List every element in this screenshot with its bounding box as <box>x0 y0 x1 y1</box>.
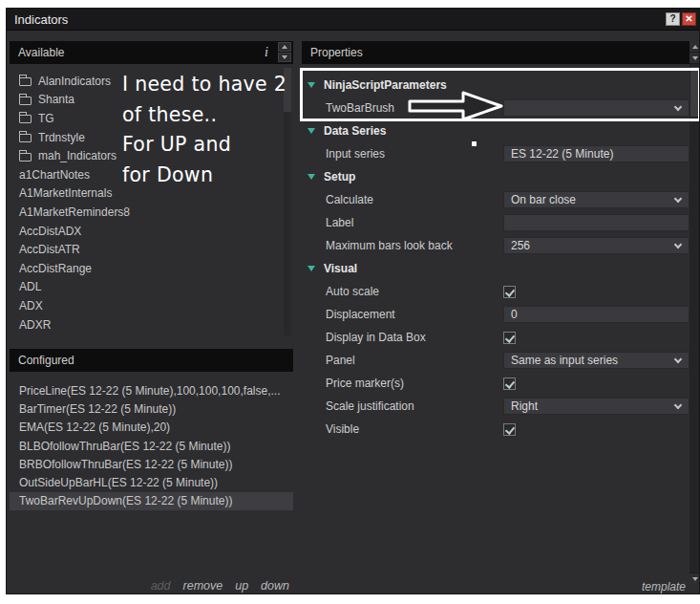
maximum-bars-look-back-dropdown[interactable]: 256 <box>503 237 689 254</box>
configured-item-4[interactable]: BLBOfollowThruBar(ES 12-22 (5 Minute)) <box>10 437 293 455</box>
available-item-adx[interactable]: ADX <box>10 296 293 315</box>
item-label: BRBOfollowThruBar(ES 12-22 (5 Minute)) <box>19 458 232 471</box>
field-value: 256 <box>511 239 540 252</box>
available-item-accdistrange[interactable]: AccDistRange <box>10 259 293 278</box>
remove-button[interactable]: remove <box>183 579 223 593</box>
note-line: for Down <box>122 161 286 191</box>
down-arrow-icon <box>692 56 698 60</box>
property-label: Visible <box>326 422 503 436</box>
label-input[interactable] <box>503 214 689 231</box>
group-label: Visual <box>324 262 357 275</box>
note-line: For UP and <box>122 130 286 161</box>
available-header: Available i <box>10 41 293 64</box>
scroll-down-button[interactable] <box>689 53 700 64</box>
info-icon[interactable]: i <box>265 45 268 60</box>
configured-header-label: Configured <box>18 354 74 367</box>
displacement-input[interactable]: 0 <box>503 306 689 323</box>
configured-item-2[interactable]: BarTimer(ES 12-22 (5 Minute)) <box>10 399 293 418</box>
group-header-setup[interactable]: Setup <box>302 165 689 188</box>
folder-icon <box>19 97 32 105</box>
configured-item-5[interactable]: BRBOfollowThruBar(ES 12-22 (5 Minute)) <box>10 455 293 473</box>
configured-item-7[interactable]: TwoBarRevUpDown(ES 12-22 (5 Minute)) <box>10 492 293 510</box>
property-row-twobarbrush: TwoBarBrush <box>302 97 689 119</box>
property-label: Calculate <box>326 193 503 206</box>
properties-content: NinjaScriptParametersTwoBarBrushData Ser… <box>302 64 689 441</box>
available-item-adl[interactable]: ADL <box>10 278 293 297</box>
down-arrow-icon <box>282 55 287 59</box>
property-label: Displacement <box>326 308 503 321</box>
configured-item-1[interactable]: PriceLine(ES 12-22 (5 Minute),100,100,10… <box>10 381 293 399</box>
group-header-visual[interactable]: Visual <box>302 257 689 280</box>
close-button[interactable]: ✕ <box>682 12 696 26</box>
configured-item-6[interactable]: OutSideUpBarHL(ES 12-22 (5 Minute)) <box>10 473 293 491</box>
properties-scrollbar[interactable] <box>689 41 700 584</box>
item-label: BLBOfollowThruBar(ES 12-22 (5 Minute)) <box>19 440 230 453</box>
item-label: A1MarketInternals <box>19 186 112 200</box>
property-row-panel: PanelSame as input series <box>302 349 689 372</box>
chevron-down-icon <box>674 401 682 409</box>
scroll-up-button[interactable] <box>278 42 291 52</box>
group-header-ninjascriptparameters[interactable]: NinjaScriptParameters <box>302 74 689 97</box>
chevron-down-icon <box>674 195 682 203</box>
item-label: Trdnstyle <box>38 131 85 144</box>
item-label: mah_Indicators <box>38 149 117 162</box>
display-in-data-box-checkbox[interactable] <box>503 332 516 344</box>
visible-checkbox[interactable] <box>503 423 516 436</box>
property-label: Display in Data Box <box>326 331 503 344</box>
property-label: Price marker(s) <box>326 377 503 390</box>
available-scroll-spinner <box>278 42 291 62</box>
group-label: NinjaScriptParameters <box>324 78 447 92</box>
annotation-dot <box>472 141 477 146</box>
template-link[interactable]: template <box>642 580 686 593</box>
input-series-input[interactable]: ES 12-22 (5 Minute) <box>503 145 689 162</box>
property-label: TwoBarBrush <box>326 101 503 115</box>
note-line: of these.. <box>122 100 286 131</box>
field-value: 0 <box>511 308 527 321</box>
group-header-data-series[interactable]: Data Series <box>302 119 689 142</box>
property-row-displacement: Displacement0 <box>302 303 689 326</box>
properties-header: Properties <box>302 41 689 64</box>
scroll-up-button[interactable] <box>689 41 700 53</box>
indicators-dialog: Indicators ? ✕ Available i AlanIndicator… <box>6 8 700 594</box>
close-icon: ✕ <box>685 13 692 25</box>
item-label: EMA(ES 12-22 (5 Minute),20) <box>19 421 170 434</box>
scrollbar-thumb[interactable] <box>690 67 700 117</box>
expander-down-icon <box>308 82 315 88</box>
down-button[interactable]: down <box>261 579 289 593</box>
auto-scale-checkbox[interactable] <box>503 286 516 298</box>
calculate-dropdown[interactable]: On bar close <box>503 191 689 208</box>
chevron-down-icon <box>674 103 682 111</box>
folder-icon <box>19 134 32 142</box>
expander-down-icon <box>308 128 315 134</box>
item-label: ADXR <box>19 318 51 332</box>
scroll-down-button-bottom[interactable] <box>689 572 700 584</box>
up-arrow-icon <box>692 45 698 49</box>
scroll-down-button[interactable] <box>278 53 291 62</box>
expander-down-icon <box>308 266 315 271</box>
folder-icon <box>19 153 32 162</box>
twobarbrush-dropdown[interactable] <box>503 99 689 117</box>
up-button[interactable]: up <box>235 579 248 593</box>
field-value: ES 12-22 (5 Minute) <box>511 147 623 161</box>
title-bar[interactable]: Indicators ? ✕ <box>7 9 699 31</box>
available-item-accdistadx[interactable]: AccDistADX <box>10 222 293 241</box>
down-arrow-icon <box>692 577 698 581</box>
item-label: ADX <box>19 299 43 313</box>
configured-item-3[interactable]: EMA(ES 12-22 (5 Minute),20) <box>10 419 293 437</box>
available-item-adxr[interactable]: ADXR <box>10 315 293 334</box>
help-button[interactable]: ? <box>666 12 680 26</box>
configured-list: PriceLine(ES 12-22 (5 Minute),100,100,10… <box>10 372 293 540</box>
item-label: AccDistADX <box>19 225 81 238</box>
item-label: TwoBarRevUpDown(ES 12-22 (5 Minute)) <box>19 494 232 507</box>
configured-header: Configured <box>10 349 293 372</box>
available-item-a1marketreminders8[interactable]: A1MarketReminders8 <box>10 203 293 222</box>
available-item-accdistatr[interactable]: AccDistATR <box>10 240 293 259</box>
item-label: AlanIndicators <box>38 75 111 88</box>
property-row-display-in-data-box: Display in Data Box <box>302 326 689 349</box>
panel-dropdown[interactable]: Same as input series <box>503 352 689 369</box>
price-marker-s-checkbox[interactable] <box>503 378 516 390</box>
list-actions: addremoveupdown <box>10 579 289 593</box>
item-label: AccDistATR <box>19 243 80 256</box>
property-label: Auto scale <box>326 285 503 298</box>
scale-justification-dropdown[interactable]: Right <box>503 398 689 415</box>
